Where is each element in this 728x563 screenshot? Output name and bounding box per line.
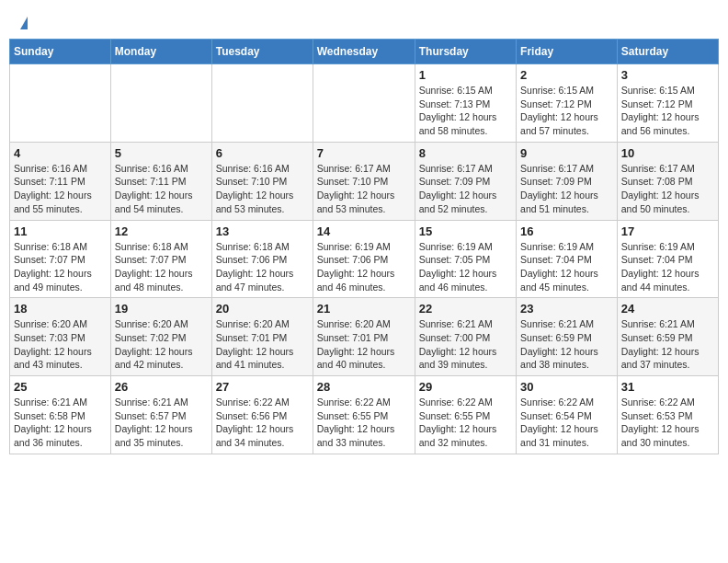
calendar-cell: 27Sunrise: 6:22 AMSunset: 6:56 PMDayligh… [211, 376, 313, 454]
day-info: Sunrise: 6:22 AMSunset: 6:53 PMDaylight:… [621, 396, 714, 450]
day-info: Sunrise: 6:19 AMSunset: 7:04 PMDaylight:… [621, 240, 714, 294]
day-number: 12 [115, 224, 208, 238]
day-number: 29 [419, 380, 512, 394]
calendar-week-row: 18Sunrise: 6:20 AMSunset: 7:03 PMDayligh… [10, 298, 719, 376]
day-number: 18 [14, 302, 107, 316]
day-number: 1 [419, 68, 512, 82]
day-number: 5 [115, 146, 208, 160]
day-number: 2 [520, 68, 613, 82]
calendar-cell: 10Sunrise: 6:17 AMSunset: 7:08 PMDayligh… [617, 142, 718, 220]
calendar-header-thursday: Thursday [415, 40, 516, 64]
calendar-header-tuesday: Tuesday [211, 40, 313, 64]
day-info: Sunrise: 6:22 AMSunset: 6:54 PMDaylight:… [520, 396, 613, 450]
calendar-week-row: 4Sunrise: 6:16 AMSunset: 7:11 PMDaylight… [10, 142, 719, 220]
day-number: 27 [216, 380, 309, 394]
day-info: Sunrise: 6:17 AMSunset: 7:10 PMDaylight:… [317, 162, 411, 216]
logo [18, 17, 28, 29]
day-number: 10 [621, 146, 714, 160]
day-info: Sunrise: 6:22 AMSunset: 6:55 PMDaylight:… [419, 396, 512, 450]
calendar-cell: 1Sunrise: 6:15 AMSunset: 7:13 PMDaylight… [415, 64, 516, 143]
calendar-cell: 25Sunrise: 6:21 AMSunset: 6:58 PMDayligh… [10, 376, 111, 454]
calendar-cell: 11Sunrise: 6:18 AMSunset: 7:07 PMDayligh… [10, 220, 111, 298]
day-info: Sunrise: 6:16 AMSunset: 7:11 PMDaylight:… [115, 162, 208, 216]
calendar-cell: 12Sunrise: 6:18 AMSunset: 7:07 PMDayligh… [110, 220, 211, 298]
calendar-cell: 14Sunrise: 6:19 AMSunset: 7:06 PMDayligh… [313, 220, 415, 298]
day-info: Sunrise: 6:15 AMSunset: 7:12 PMDaylight:… [621, 84, 714, 138]
day-number: 20 [216, 302, 309, 316]
calendar-cell: 21Sunrise: 6:20 AMSunset: 7:01 PMDayligh… [313, 298, 415, 376]
calendar-week-row: 1Sunrise: 6:15 AMSunset: 7:13 PMDaylight… [10, 64, 719, 143]
calendar-cell [110, 64, 211, 143]
calendar-cell [313, 64, 415, 143]
calendar-cell: 8Sunrise: 6:17 AMSunset: 7:09 PMDaylight… [415, 142, 516, 220]
day-info: Sunrise: 6:17 AMSunset: 7:08 PMDaylight:… [621, 162, 714, 216]
day-info: Sunrise: 6:15 AMSunset: 7:13 PMDaylight:… [419, 84, 512, 138]
calendar-week-row: 11Sunrise: 6:18 AMSunset: 7:07 PMDayligh… [10, 220, 719, 298]
day-number: 28 [317, 380, 411, 394]
day-number: 26 [115, 380, 208, 394]
day-number: 9 [520, 146, 613, 160]
calendar-cell: 4Sunrise: 6:16 AMSunset: 7:11 PMDaylight… [10, 142, 111, 220]
calendar-cell: 29Sunrise: 6:22 AMSunset: 6:55 PMDayligh… [415, 376, 516, 454]
day-number: 6 [216, 146, 309, 160]
calendar-cell: 17Sunrise: 6:19 AMSunset: 7:04 PMDayligh… [617, 220, 718, 298]
calendar-cell: 13Sunrise: 6:18 AMSunset: 7:06 PMDayligh… [211, 220, 313, 298]
calendar-cell: 19Sunrise: 6:20 AMSunset: 7:02 PMDayligh… [110, 298, 211, 376]
calendar-cell: 20Sunrise: 6:20 AMSunset: 7:01 PMDayligh… [211, 298, 313, 376]
day-info: Sunrise: 6:18 AMSunset: 7:07 PMDaylight:… [115, 240, 208, 294]
calendar-week-row: 25Sunrise: 6:21 AMSunset: 6:58 PMDayligh… [10, 376, 719, 454]
day-number: 16 [520, 224, 613, 238]
calendar-cell: 26Sunrise: 6:21 AMSunset: 6:57 PMDayligh… [110, 376, 211, 454]
day-info: Sunrise: 6:18 AMSunset: 7:06 PMDaylight:… [216, 240, 309, 294]
day-number: 22 [419, 302, 512, 316]
calendar-header-friday: Friday [517, 40, 618, 64]
calendar-cell: 2Sunrise: 6:15 AMSunset: 7:12 PMDaylight… [517, 64, 618, 143]
calendar-cell: 30Sunrise: 6:22 AMSunset: 6:54 PMDayligh… [517, 376, 618, 454]
calendar-cell: 3Sunrise: 6:15 AMSunset: 7:12 PMDaylight… [617, 64, 718, 143]
day-number: 19 [115, 302, 208, 316]
day-number: 30 [520, 380, 613, 394]
day-number: 15 [419, 224, 512, 238]
day-number: 17 [621, 224, 714, 238]
calendar-header-wednesday: Wednesday [313, 40, 415, 64]
day-number: 31 [621, 380, 714, 394]
day-info: Sunrise: 6:20 AMSunset: 7:02 PMDaylight:… [115, 317, 208, 372]
day-number: 3 [621, 68, 714, 82]
day-number: 24 [621, 302, 714, 316]
calendar-cell: 22Sunrise: 6:21 AMSunset: 7:00 PMDayligh… [415, 298, 516, 376]
day-number: 11 [14, 224, 107, 238]
day-info: Sunrise: 6:19 AMSunset: 7:04 PMDaylight:… [520, 240, 613, 294]
calendar-header-monday: Monday [110, 40, 211, 64]
day-info: Sunrise: 6:21 AMSunset: 6:58 PMDaylight:… [14, 396, 107, 450]
calendar-cell: 31Sunrise: 6:22 AMSunset: 6:53 PMDayligh… [617, 376, 718, 454]
day-number: 21 [317, 302, 411, 316]
calendar-cell: 18Sunrise: 6:20 AMSunset: 7:03 PMDayligh… [10, 298, 111, 376]
calendar-cell: 16Sunrise: 6:19 AMSunset: 7:04 PMDayligh… [517, 220, 618, 298]
day-info: Sunrise: 6:17 AMSunset: 7:09 PMDaylight:… [520, 162, 613, 216]
day-info: Sunrise: 6:16 AMSunset: 7:10 PMDaylight:… [216, 162, 309, 216]
day-info: Sunrise: 6:22 AMSunset: 6:56 PMDaylight:… [216, 396, 309, 450]
day-info: Sunrise: 6:19 AMSunset: 7:05 PMDaylight:… [419, 240, 512, 294]
day-number: 13 [216, 224, 309, 238]
calendar-cell: 23Sunrise: 6:21 AMSunset: 6:59 PMDayligh… [517, 298, 618, 376]
day-info: Sunrise: 6:17 AMSunset: 7:09 PMDaylight:… [419, 162, 512, 216]
day-info: Sunrise: 6:16 AMSunset: 7:11 PMDaylight:… [14, 162, 107, 216]
day-info: Sunrise: 6:21 AMSunset: 6:59 PMDaylight:… [621, 317, 714, 372]
day-info: Sunrise: 6:15 AMSunset: 7:12 PMDaylight:… [520, 84, 613, 138]
day-info: Sunrise: 6:20 AMSunset: 7:01 PMDaylight:… [317, 317, 411, 372]
day-number: 7 [317, 146, 411, 160]
logo-triangle-icon [20, 17, 28, 29]
calendar-cell: 5Sunrise: 6:16 AMSunset: 7:11 PMDaylight… [110, 142, 211, 220]
day-number: 23 [520, 302, 613, 316]
day-info: Sunrise: 6:18 AMSunset: 7:07 PMDaylight:… [14, 240, 107, 294]
calendar-cell: 24Sunrise: 6:21 AMSunset: 6:59 PMDayligh… [617, 298, 718, 376]
day-info: Sunrise: 6:21 AMSunset: 6:57 PMDaylight:… [115, 396, 208, 450]
day-info: Sunrise: 6:22 AMSunset: 6:55 PMDaylight:… [317, 396, 411, 450]
day-number: 25 [14, 380, 107, 394]
calendar-cell: 15Sunrise: 6:19 AMSunset: 7:05 PMDayligh… [415, 220, 516, 298]
calendar-cell: 28Sunrise: 6:22 AMSunset: 6:55 PMDayligh… [313, 376, 415, 454]
calendar-cell: 6Sunrise: 6:16 AMSunset: 7:10 PMDaylight… [211, 142, 313, 220]
day-number: 14 [317, 224, 411, 238]
day-info: Sunrise: 6:19 AMSunset: 7:06 PMDaylight:… [317, 240, 411, 294]
day-number: 4 [14, 146, 107, 160]
